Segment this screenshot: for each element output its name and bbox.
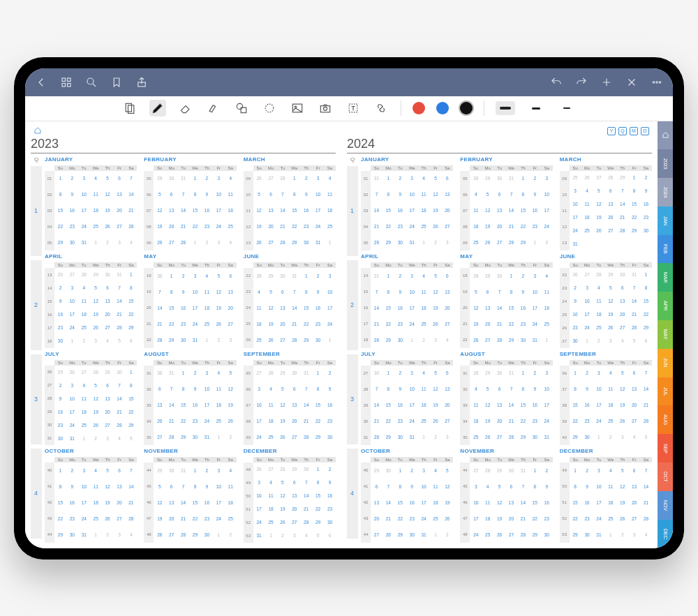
day-cell[interactable]: 26 [102,218,114,234]
day-cell[interactable]: 5 [493,479,505,495]
day-cell[interactable]: 12 [616,479,628,495]
day-cell[interactable]: 30 [300,234,312,250]
back-icon[interactable] [35,76,47,89]
day-cell[interactable]: 15 [54,202,66,218]
side-tab-may[interactable]: MAY [658,320,673,349]
day-cell[interactable]: 27 [371,527,383,543]
day-cell[interactable]: 22 [505,316,517,332]
day-cell[interactable]: 11 [90,186,102,202]
day-cell[interactable]: 3 [78,463,90,479]
day-cell[interactable]: 4 [213,366,225,382]
day-cell[interactable]: 24 [189,316,201,332]
day-cell[interactable]: 16 [201,202,213,218]
day-cell[interactable]: 20 [441,300,453,316]
day-cell[interactable]: 2 [517,268,529,284]
week-num[interactable]: 25 [560,308,570,321]
day-cell[interactable]: 21 [125,495,137,511]
day-cell[interactable]: 21 [517,511,529,527]
day-cell[interactable]: 17 [581,308,593,321]
day-cell[interactable]: 17 [529,300,541,316]
day-cell[interactable]: 19 [616,495,628,511]
week-num[interactable]: 48 [460,527,470,543]
day-cell[interactable]: 24 [253,516,265,529]
day-cell[interactable]: 22 [312,502,324,516]
month-november[interactable]: NOVEMBERSuMoTuWeThFrSa444546474827282930… [460,448,552,543]
day-cell[interactable]: 5 [90,281,102,294]
day-cell[interactable]: 12 [493,495,505,511]
day-cell[interactable]: 17 [78,495,90,511]
day-cell[interactable]: 25 [430,511,442,527]
week-num[interactable]: 44 [45,527,54,543]
day-cell[interactable]: 19 [265,316,277,332]
week-num[interactable]: 10 [244,186,253,202]
undo-icon[interactable] [550,76,563,89]
day-cell[interactable]: 15 [628,197,640,211]
week-num[interactable]: 06 [460,186,470,202]
day-cell[interactable]: 3 [324,268,336,284]
week-num[interactable]: 27 [560,334,570,347]
day-cell[interactable]: 11 [213,381,225,397]
day-cell[interactable]: 1 [288,171,300,187]
day-cell[interactable]: 26 [470,332,482,348]
day-cell[interactable]: 6 [288,476,300,489]
day-cell[interactable]: 25 [593,321,604,334]
day-cell[interactable]: 30 [54,334,66,347]
day-cell[interactable]: 30 [66,234,78,250]
day-cell[interactable]: 6 [102,379,114,392]
week-num[interactable]: 41 [361,479,371,495]
day-cell[interactable]: 25 [418,413,430,429]
week-num[interactable]: 05 [460,171,470,187]
day-cell[interactable]: 29 [383,234,394,250]
day-cell[interactable]: 6 [493,186,505,202]
day-cell[interactable]: 1 [300,268,312,284]
day-cell[interactable]: 24 [253,429,265,445]
day-cell[interactable]: 27 [628,413,640,429]
day-cell[interactable]: 25 [324,218,336,234]
week-num[interactable]: 26 [244,332,253,348]
day-cell[interactable]: 15 [165,300,177,316]
day-cell[interactable]: 9 [394,284,406,300]
day-cell[interactable]: 16 [570,308,581,321]
day-cell[interactable]: 7 [371,381,383,397]
week-num[interactable]: 19 [460,284,470,300]
day-cell[interactable]: 17 [418,495,430,511]
day-cell[interactable]: 12 [154,202,165,218]
day-cell[interactable]: 25 [90,218,102,234]
day-cell[interactable]: 17 [406,397,418,413]
day-cell[interactable]: 14 [616,197,628,211]
day-cell[interactable]: 17 [541,202,553,218]
day-cell[interactable]: 7 [371,186,383,202]
day-cell[interactable]: 10 [253,489,265,502]
side-tab-feb[interactable]: FEB [658,235,673,264]
day-cell[interactable]: 12 [276,397,288,413]
day-cell[interactable]: 16 [177,300,189,316]
week-num[interactable]: 25 [244,316,253,332]
day-cell[interactable]: 27 [441,218,453,234]
day-cell[interactable]: 24 [66,419,78,432]
month-december[interactable]: DECEMBERSuMoTuWeThFrSa484950515253262728… [244,448,336,543]
side-tab-oct[interactable]: OCT [658,463,673,491]
day-cell[interactable]: 20 [628,495,640,511]
week-num[interactable]: 24 [244,300,253,316]
week-num[interactable]: 31 [45,432,54,445]
day-cell[interactable]: 14 [154,300,165,316]
day-cell[interactable]: 3 [312,171,324,187]
day-cell[interactable]: 6 [102,281,114,294]
side-tab-jul[interactable]: JUL [658,377,673,406]
shapes-tool-icon[interactable] [233,100,250,117]
day-cell[interactable]: 4 [225,171,237,187]
day-cell[interactable]: 3 [541,366,553,382]
nav-box-m[interactable]: M [630,127,638,135]
day-cell[interactable]: 21 [300,502,312,516]
day-cell[interactable]: 26 [102,511,114,527]
day-cell[interactable]: 13 [165,495,177,511]
day-cell[interactable]: 4 [78,379,90,392]
day-cell[interactable]: 16 [66,202,78,218]
week-num[interactable]: 40 [45,463,54,479]
stroke-medium[interactable] [526,101,546,115]
day-cell[interactable]: 10 [541,186,553,202]
day-cell[interactable]: 7 [505,381,517,397]
day-cell[interactable]: 30 [517,332,529,348]
day-cell[interactable]: 28 [505,429,517,445]
day-cell[interactable]: 17 [312,202,324,218]
